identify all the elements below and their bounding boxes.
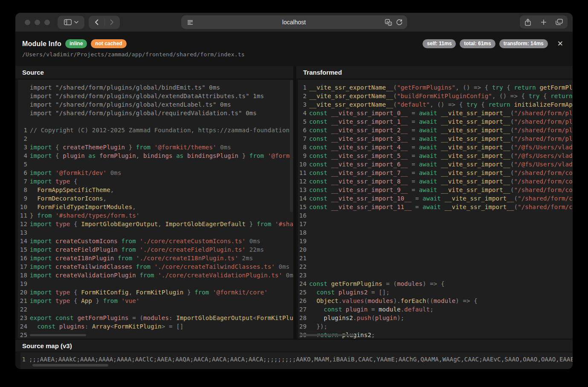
code-line: 19 — [298, 237, 573, 245]
minimize-window-button[interactable] — [35, 20, 40, 25]
line-number: 1 — [18, 126, 27, 134]
line-number: 5 — [298, 117, 307, 126]
code-text: import createTailwindClasses from './cor… — [30, 262, 290, 271]
new-tab-button[interactable] — [536, 19, 552, 25]
code-text: // Copyright (C) 2012-2025 Zammad Founda… — [30, 126, 293, 134]
sidebar-toggle-button[interactable] — [58, 16, 84, 29]
code-text: }); — [309, 322, 327, 331]
reader-icon[interactable] — [186, 18, 194, 26]
source-code[interactable]: import "/shared/form/plugins/global/bind… — [18, 80, 293, 338]
line-number — [18, 117, 27, 126]
share-button[interactable] — [520, 18, 536, 26]
line-number: 26 — [298, 297, 307, 305]
code-line: 20import type { FormKitConfig, FormKitPl… — [18, 288, 293, 297]
status-badge-not-cached: not cached — [91, 39, 126, 48]
sourcemap-section: Source map (v3) 1;;;AAEA;AAAkC;AAAA;AAAA… — [15, 339, 573, 369]
line-number: 15 — [18, 245, 27, 254]
timing-metrics: self: 11ms total: 61ms transform: 14ms — [423, 39, 547, 48]
code-line: 12const __vite_ssr_import_8__ = await __… — [298, 177, 573, 186]
reload-icon[interactable] — [396, 19, 403, 26]
code-text: plugins2.push(plugin); — [309, 314, 404, 322]
close-window-button[interactable] — [25, 20, 30, 25]
line-number: 10 — [18, 203, 27, 211]
code-text: const __vite_ssr_import_5__ = await __vi… — [309, 151, 573, 160]
code-line: 23export const getFormPlugins = (modules… — [18, 314, 293, 322]
metric-total: total: 61ms — [460, 39, 495, 48]
line-number: 20 — [18, 288, 27, 297]
line-number: 12 — [298, 177, 307, 186]
line-number: 21 — [18, 297, 27, 305]
code-line: 27 const plugin = module.default; — [298, 305, 573, 314]
code-line: 5 — [18, 160, 293, 169]
code-text: } from '#shared/types/form.ts' — [30, 211, 139, 220]
line-number: 4 — [298, 109, 307, 117]
code-text: const plugins2 = []; — [309, 288, 390, 297]
close-button[interactable]: ✕ — [557, 40, 563, 47]
code-line: 28 plugins2.push(plugin); — [298, 314, 573, 322]
code-line: 2 — [18, 134, 293, 143]
code-line: 4const __vite_ssr_import_0__ = await __v… — [298, 109, 573, 117]
code-text: const plugin = module.default; — [309, 305, 434, 314]
line-number: 23 — [18, 314, 27, 322]
code-line: 16 — [298, 211, 573, 220]
transformed-horizontal-scrollbar[interactable] — [300, 334, 355, 336]
window-controls — [25, 20, 50, 25]
code-line: 9const __vite_ssr_import_5__ = await __v… — [298, 151, 573, 160]
translate-icon[interactable]: A x — [385, 18, 392, 26]
line-number: 13 — [18, 228, 27, 237]
line-number: 24 — [298, 279, 307, 288]
line-number: 16 — [298, 211, 307, 220]
line-number: 8 — [298, 143, 307, 151]
code-text: import { createThemePlugin } from '@form… — [30, 143, 231, 151]
line-number: 15 — [298, 203, 307, 211]
zoom-window-button[interactable] — [44, 20, 50, 25]
code-text: Object.values(modules).forEach((module) … — [309, 297, 478, 305]
forward-button[interactable] — [104, 19, 120, 25]
line-number: 8 — [18, 186, 27, 194]
code-text: const getFormPlugins = (modules) => { — [309, 279, 444, 288]
toolbar-right-buttons — [520, 15, 568, 29]
source-vertical-scrollbar[interactable] — [290, 80, 293, 212]
line-number: 3 — [18, 143, 27, 151]
sourcemap-horizontal-scrollbar[interactable] — [32, 364, 108, 367]
line-number: 12 — [18, 220, 27, 228]
chevron-left-icon — [95, 19, 98, 25]
code-line: 23 — [298, 271, 573, 279]
line-number: 14 — [18, 237, 27, 245]
code-text: import type { FormKitConfig, FormKitPlug… — [30, 288, 268, 297]
code-line: 11const __vite_ssr_import_7__ = await __… — [298, 169, 573, 177]
line-number: 25 — [18, 331, 27, 338]
sourcemap-code[interactable]: 1;;;AAEA;AAAkC;AAAA;AAAA;AAAA;AAClC;AAEA… — [20, 352, 573, 369]
code-text: const __vite_ssr_import_11__ = await __v… — [309, 203, 573, 211]
code-text: import createCustomIcons from './core/cr… — [30, 237, 261, 245]
browser-window: localhost A x — [15, 13, 573, 369]
code-text: const __vite_ssr_import_10__ = await __v… — [309, 194, 573, 203]
navigation-buttons — [89, 16, 120, 29]
status-badge-inline: inline — [65, 39, 87, 48]
line-number: 23 — [298, 271, 307, 279]
tab-overview-button[interactable] — [551, 19, 567, 25]
code-text: import "/shared/form/plugins/global/exte… — [30, 92, 264, 100]
code-line: 20 — [298, 245, 573, 254]
back-button[interactable] — [89, 19, 104, 25]
address-bar[interactable]: localhost A x — [181, 15, 407, 29]
metric-transform: transform: 14ms — [499, 39, 548, 48]
line-number: 18 — [298, 228, 307, 237]
source-horizontal-scrollbar[interactable] — [30, 334, 86, 336]
code-line — [18, 117, 293, 126]
code-text: const __vite_ssr_import_3__ = await __vi… — [309, 134, 573, 143]
line-number: 21 — [298, 254, 307, 262]
code-line: 24const getFormPlugins = (modules) => { — [298, 279, 573, 288]
code-line: 17 — [298, 220, 573, 228]
line-number: 2 — [18, 134, 27, 143]
code-line: 9 FormDecoratorIcons, — [18, 194, 293, 203]
code-text: ;;;AAEA;AAAkC;AAAA;AAAA;AAAA;AAClC;AAEA;… — [29, 355, 573, 364]
code-line: 6const __vite_ssr_import_2__ = await __v… — [298, 126, 573, 134]
line-number: 25 — [298, 288, 307, 297]
line-number: 18 — [18, 271, 27, 279]
code-text: import "/shared/form/plugins/global/bind… — [30, 83, 220, 92]
code-line: 7import type { — [18, 177, 293, 186]
transformed-code[interactable]: 1__vite_ssr_exportName__("getFormPlugins… — [298, 80, 573, 338]
line-number: 11 — [298, 169, 307, 177]
line-number — [18, 100, 27, 109]
